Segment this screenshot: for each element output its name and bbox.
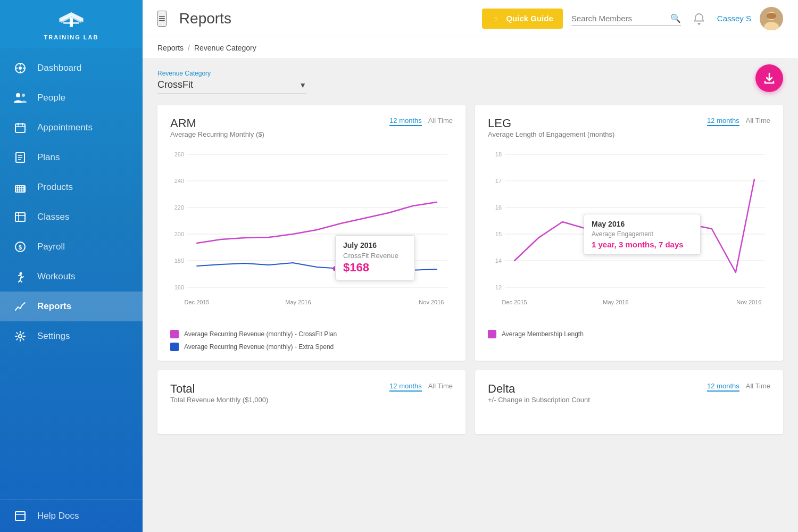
sidebar-logo: TRAINING LAB: [0, 0, 143, 48]
svg-rect-1: [63, 22, 79, 24]
sidebar-item-appointments[interactable]: Appointments: [0, 113, 143, 143]
sidebar-item-people[interactable]: People: [0, 83, 143, 113]
svg-text:240: 240: [174, 178, 184, 184]
menu-toggle-button[interactable]: ≡: [157, 11, 167, 27]
quick-guide-button[interactable]: ⚡ Quick Guide: [482, 9, 562, 29]
svg-point-37: [767, 13, 776, 19]
svg-text:200: 200: [174, 231, 184, 237]
svg-rect-10: [15, 124, 25, 132]
svg-point-69: [632, 221, 637, 226]
delta-alltime-button[interactable]: All Time: [746, 382, 770, 392]
sidebar-item-products[interactable]: Products: [0, 172, 143, 202]
alert-button[interactable]: [689, 9, 709, 28]
svg-rect-25: [15, 213, 25, 221]
download-button[interactable]: [755, 64, 783, 92]
svg-text:260: 260: [174, 151, 184, 157]
sidebar-item-workouts[interactable]: Workouts: [0, 262, 143, 292]
total-chart-subtitle: Total Revenue Monthly ($1,000): [170, 396, 268, 404]
total-chart-header: Total Total Revenue Monthly ($1,000) 12 …: [170, 382, 453, 409]
sidebar-item-dashboard[interactable]: Dashboard: [0, 53, 143, 83]
dashboard-icon: [13, 61, 28, 76]
svg-text:12: 12: [495, 284, 502, 290]
total-12months-button[interactable]: 12 months: [389, 382, 422, 392]
arm-alltime-button[interactable]: All Time: [428, 117, 453, 126]
svg-point-30: [20, 272, 22, 275]
svg-text:14: 14: [495, 257, 502, 264]
charts-grid: ARM Average Recurring Monthly ($) 12 mon…: [157, 105, 783, 434]
leg-alltime-button[interactable]: All Time: [746, 117, 770, 126]
user-name[interactable]: Cassey S: [717, 14, 751, 23]
svg-text:180: 180: [174, 257, 184, 264]
total-time-controls: 12 months All Time: [389, 382, 453, 392]
category-dropdown[interactable]: CrossFit ▼: [157, 79, 306, 94]
arm-chart-area: 260 240 220 200 180 160: [170, 145, 453, 322]
svg-point-3: [19, 66, 22, 70]
svg-text:May 2016: May 2016: [285, 299, 311, 305]
header: ≡ Reports ⚡ Quick Guide 🔍 Cassey S: [143, 0, 798, 37]
arm-chart-subtitle: Average Recurring Monthly ($): [170, 130, 264, 138]
arm-legend-label-1: Average Recurring Revenue (monthly) - Ex…: [184, 343, 334, 351]
workouts-icon: [13, 269, 28, 284]
reports-icon: [13, 299, 28, 314]
arm-12months-button[interactable]: 12 months: [389, 117, 422, 126]
search-input[interactable]: [571, 14, 667, 23]
arm-chart-title: ARM: [170, 117, 264, 130]
delta-chart-title: Delta: [488, 382, 590, 396]
sidebar-item-classes[interactable]: Classes: [0, 202, 143, 232]
appointments-icon: [13, 120, 28, 135]
arm-chart-header: ARM Average Recurring Monthly ($) 12 mon…: [170, 117, 453, 144]
sidebar-label-plans: Plans: [37, 152, 60, 163]
category-filter-section: Revenue Category CrossFit ▼: [157, 70, 783, 94]
search-icon: 🔍: [670, 13, 681, 23]
breadcrumb-root[interactable]: Reports: [157, 44, 184, 52]
svg-point-31: [19, 335, 22, 338]
svg-point-9: [22, 94, 25, 97]
svg-point-53: [333, 266, 338, 271]
sidebar-label-appointments: Appointments: [37, 122, 93, 133]
sidebar-label-workouts: Workouts: [37, 271, 76, 282]
svg-text:Dec 2015: Dec 2015: [185, 299, 210, 305]
arm-time-controls: 12 months All Time: [389, 117, 453, 126]
sidebar-item-reports[interactable]: Reports: [0, 292, 143, 321]
plans-icon: [13, 150, 28, 165]
arm-legend: Average Recurring Revenue (monthly) - Cr…: [170, 330, 453, 351]
svg-point-8: [16, 93, 20, 97]
user-avatar[interactable]: [760, 7, 783, 30]
arm-legend-color-0: [170, 330, 179, 338]
leg-time-controls: 12 months All Time: [707, 117, 770, 126]
svg-text:16: 16: [495, 204, 502, 211]
sidebar-item-plans[interactable]: Plans: [0, 143, 143, 172]
arm-legend-color-1: [170, 343, 179, 351]
settings-icon: [13, 329, 28, 344]
classes-icon: [13, 210, 28, 225]
svg-text:$: $: [19, 244, 22, 251]
arm-legend-label-0: Average Recurring Revenue (monthly) - Cr…: [184, 330, 337, 338]
svg-text:18: 18: [495, 151, 502, 157]
svg-text:Dec 2015: Dec 2015: [502, 299, 527, 305]
sidebar-item-help[interactable]: Help Docs: [13, 509, 130, 523]
breadcrumb-separator: /: [188, 44, 190, 52]
people-icon: [13, 90, 28, 105]
leg-12months-button[interactable]: 12 months: [707, 117, 739, 126]
main-content: ≡ Reports ⚡ Quick Guide 🔍 Cassey S Repo: [143, 0, 798, 532]
leg-legend: Average Membership Length: [488, 330, 770, 338]
total-chart-title: Total: [170, 382, 268, 396]
delta-12months-button[interactable]: 12 months: [707, 382, 739, 392]
total-alltime-button[interactable]: All Time: [428, 382, 453, 392]
sidebar-label-people: People: [37, 93, 65, 103]
products-icon: [13, 180, 28, 195]
arm-chart-card: ARM Average Recurring Monthly ($) 12 mon…: [157, 105, 466, 361]
help-icon: [13, 509, 28, 523]
search-container: 🔍: [571, 11, 681, 26]
arm-legend-item-1: Average Recurring Revenue (monthly) - Ex…: [170, 343, 453, 351]
page-title: Reports: [179, 10, 474, 27]
sidebar-label-classes: Classes: [37, 212, 69, 222]
leg-legend-label-0: Average Membership Length: [502, 330, 584, 338]
sidebar-item-settings[interactable]: Settings: [0, 321, 143, 351]
total-chart-card: Total Total Revenue Monthly ($1,000) 12 …: [157, 370, 466, 434]
dropdown-arrow-icon: ▼: [299, 81, 306, 89]
lightning-icon: ⚡: [492, 14, 502, 23]
svg-text:Nov 2016: Nov 2016: [736, 299, 761, 305]
sidebar-item-payroll[interactable]: $ Payroll: [0, 232, 143, 262]
sidebar-bottom[interactable]: Help Docs: [0, 500, 143, 532]
